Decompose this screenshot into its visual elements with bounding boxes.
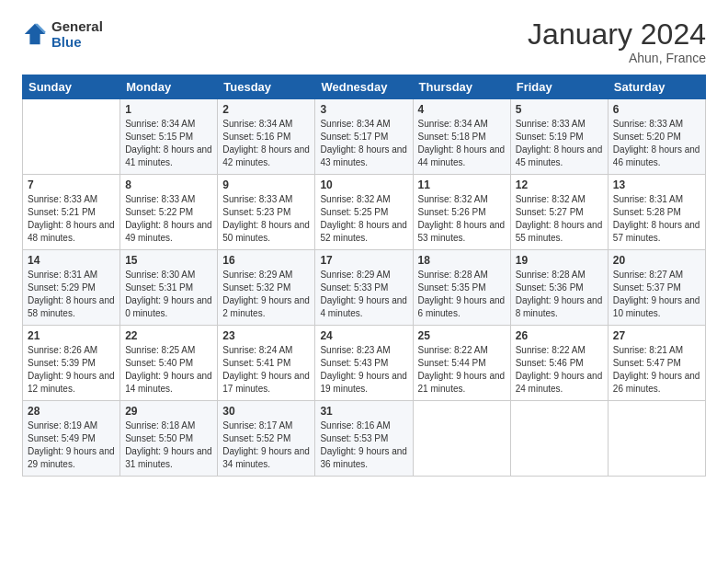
- calendar-cell: 17Sunrise: 8:29 AMSunset: 5:33 PMDayligh…: [315, 250, 413, 326]
- calendar-cell: [413, 401, 510, 477]
- day-number: 29: [125, 405, 212, 418]
- cell-info: Sunrise: 8:34 AMSunset: 5:15 PMDaylight:…: [125, 118, 212, 169]
- week-row-3: 21Sunrise: 8:26 AMSunset: 5:39 PMDayligh…: [23, 326, 706, 401]
- cell-info: Sunrise: 8:19 AMSunset: 5:49 PMDaylight:…: [28, 419, 115, 471]
- header-wednesday: Wednesday: [315, 75, 413, 99]
- cell-info: Sunrise: 8:30 AMSunset: 5:31 PMDaylight:…: [125, 269, 212, 320]
- cell-info: Sunrise: 8:18 AMSunset: 5:50 PMDaylight:…: [125, 419, 212, 471]
- calendar-cell: 29Sunrise: 8:18 AMSunset: 5:50 PMDayligh…: [120, 401, 218, 477]
- cell-info: Sunrise: 8:33 AMSunset: 5:20 PMDaylight:…: [613, 118, 700, 169]
- calendar-cell: 24Sunrise: 8:23 AMSunset: 5:43 PMDayligh…: [315, 326, 413, 401]
- calendar-cell: 12Sunrise: 8:32 AMSunset: 5:27 PMDayligh…: [510, 175, 608, 250]
- cell-info: Sunrise: 8:33 AMSunset: 5:22 PMDaylight:…: [125, 193, 212, 245]
- header-monday: Monday: [120, 75, 218, 99]
- day-number: 26: [516, 329, 603, 342]
- calendar-cell: 9Sunrise: 8:33 AMSunset: 5:23 PMDaylight…: [218, 175, 315, 250]
- calendar-table: SundayMondayTuesdayWednesdayThursdayFrid…: [22, 75, 706, 477]
- cell-info: Sunrise: 8:26 AMSunset: 5:39 PMDaylight:…: [28, 344, 115, 396]
- calendar-cell: 27Sunrise: 8:21 AMSunset: 5:47 PMDayligh…: [608, 326, 705, 401]
- month-title: January 2024: [528, 18, 706, 51]
- header-saturday: Saturday: [608, 75, 705, 99]
- header-tuesday: Tuesday: [218, 75, 315, 99]
- day-number: 27: [613, 329, 700, 342]
- day-number: 13: [613, 178, 700, 191]
- day-number: 1: [125, 103, 212, 116]
- cell-info: Sunrise: 8:21 AMSunset: 5:47 PMDaylight:…: [613, 344, 700, 396]
- week-row-2: 14Sunrise: 8:31 AMSunset: 5:29 PMDayligh…: [23, 250, 706, 326]
- day-number: 8: [125, 178, 212, 191]
- calendar-cell: 2Sunrise: 8:34 AMSunset: 5:16 PMDaylight…: [218, 99, 315, 175]
- day-number: 22: [125, 329, 212, 342]
- calendar-cell: 5Sunrise: 8:33 AMSunset: 5:19 PMDaylight…: [510, 99, 608, 175]
- logo-icon: [22, 21, 48, 47]
- day-number: 19: [516, 254, 603, 267]
- cell-info: Sunrise: 8:27 AMSunset: 5:37 PMDaylight:…: [613, 269, 700, 320]
- calendar-cell: [608, 401, 705, 477]
- calendar-cell: 11Sunrise: 8:32 AMSunset: 5:26 PMDayligh…: [413, 175, 510, 250]
- cell-info: Sunrise: 8:28 AMSunset: 5:36 PMDaylight:…: [516, 269, 603, 320]
- cell-info: Sunrise: 8:22 AMSunset: 5:44 PMDaylight:…: [418, 344, 506, 396]
- day-number: 6: [613, 103, 700, 116]
- calendar-cell: 14Sunrise: 8:31 AMSunset: 5:29 PMDayligh…: [23, 250, 120, 326]
- day-number: 10: [320, 178, 407, 191]
- week-row-0: 1Sunrise: 8:34 AMSunset: 5:15 PMDaylight…: [23, 99, 706, 175]
- page: General Blue January 2024 Ahun, France S…: [0, 0, 728, 563]
- day-number: 21: [28, 329, 115, 342]
- calendar-cell: 26Sunrise: 8:22 AMSunset: 5:46 PMDayligh…: [510, 326, 608, 401]
- calendar-cell: [23, 99, 120, 175]
- calendar-cell: 18Sunrise: 8:28 AMSunset: 5:35 PMDayligh…: [413, 250, 510, 326]
- day-number: 24: [320, 329, 407, 342]
- calendar-cell: 31Sunrise: 8:16 AMSunset: 5:53 PMDayligh…: [315, 401, 413, 477]
- day-number: 17: [320, 254, 407, 267]
- week-row-4: 28Sunrise: 8:19 AMSunset: 5:49 PMDayligh…: [23, 401, 706, 477]
- day-number: 5: [516, 103, 603, 116]
- calendar-cell: 13Sunrise: 8:31 AMSunset: 5:28 PMDayligh…: [608, 175, 705, 250]
- header-sunday: Sunday: [23, 75, 120, 99]
- cell-info: Sunrise: 8:22 AMSunset: 5:46 PMDaylight:…: [516, 344, 603, 396]
- cell-info: Sunrise: 8:32 AMSunset: 5:25 PMDaylight:…: [320, 193, 407, 245]
- cell-info: Sunrise: 8:23 AMSunset: 5:43 PMDaylight:…: [320, 344, 407, 396]
- cell-info: Sunrise: 8:34 AMSunset: 5:16 PMDaylight:…: [222, 118, 310, 169]
- day-number: 4: [418, 103, 506, 116]
- cell-info: Sunrise: 8:28 AMSunset: 5:35 PMDaylight:…: [418, 269, 506, 320]
- day-number: 9: [222, 178, 310, 191]
- calendar-cell: 20Sunrise: 8:27 AMSunset: 5:37 PMDayligh…: [608, 250, 705, 326]
- calendar-header-row: SundayMondayTuesdayWednesdayThursdayFrid…: [23, 75, 706, 99]
- cell-info: Sunrise: 8:29 AMSunset: 5:33 PMDaylight:…: [320, 269, 407, 320]
- calendar-cell: 10Sunrise: 8:32 AMSunset: 5:25 PMDayligh…: [315, 175, 413, 250]
- day-number: 14: [28, 254, 115, 267]
- cell-info: Sunrise: 8:31 AMSunset: 5:28 PMDaylight:…: [613, 193, 700, 245]
- calendar-cell: 30Sunrise: 8:17 AMSunset: 5:52 PMDayligh…: [218, 401, 315, 477]
- cell-info: Sunrise: 8:34 AMSunset: 5:17 PMDaylight:…: [320, 118, 407, 169]
- calendar-cell: 19Sunrise: 8:28 AMSunset: 5:36 PMDayligh…: [510, 250, 608, 326]
- calendar-cell: 21Sunrise: 8:26 AMSunset: 5:39 PMDayligh…: [23, 326, 120, 401]
- day-number: 28: [28, 405, 115, 418]
- day-number: 31: [320, 405, 407, 418]
- header-thursday: Thursday: [413, 75, 510, 99]
- header: General Blue January 2024 Ahun, France: [22, 18, 706, 65]
- cell-info: Sunrise: 8:17 AMSunset: 5:52 PMDaylight:…: [222, 419, 310, 471]
- calendar-cell: 4Sunrise: 8:34 AMSunset: 5:18 PMDaylight…: [413, 99, 510, 175]
- header-friday: Friday: [510, 75, 608, 99]
- cell-info: Sunrise: 8:34 AMSunset: 5:18 PMDaylight:…: [418, 118, 506, 169]
- calendar-cell: 23Sunrise: 8:24 AMSunset: 5:41 PMDayligh…: [218, 326, 315, 401]
- day-number: 12: [516, 178, 603, 191]
- calendar-cell: 22Sunrise: 8:25 AMSunset: 5:40 PMDayligh…: [120, 326, 218, 401]
- location: Ahun, France: [528, 51, 706, 65]
- calendar-cell: 1Sunrise: 8:34 AMSunset: 5:15 PMDaylight…: [120, 99, 218, 175]
- cell-info: Sunrise: 8:29 AMSunset: 5:32 PMDaylight:…: [222, 269, 310, 320]
- day-number: 3: [320, 103, 407, 116]
- cell-info: Sunrise: 8:16 AMSunset: 5:53 PMDaylight:…: [320, 419, 407, 471]
- cell-info: Sunrise: 8:33 AMSunset: 5:21 PMDaylight:…: [28, 193, 115, 245]
- day-number: 30: [222, 405, 310, 418]
- calendar-cell: 25Sunrise: 8:22 AMSunset: 5:44 PMDayligh…: [413, 326, 510, 401]
- day-number: 25: [418, 329, 506, 342]
- calendar-cell: 8Sunrise: 8:33 AMSunset: 5:22 PMDaylight…: [120, 175, 218, 250]
- week-row-1: 7Sunrise: 8:33 AMSunset: 5:21 PMDaylight…: [23, 175, 706, 250]
- cell-info: Sunrise: 8:33 AMSunset: 5:19 PMDaylight:…: [516, 118, 603, 169]
- day-number: 11: [418, 178, 506, 191]
- calendar-cell: 6Sunrise: 8:33 AMSunset: 5:20 PMDaylight…: [608, 99, 705, 175]
- logo: General Blue: [22, 18, 103, 51]
- title-area: January 2024 Ahun, France: [528, 18, 706, 65]
- cell-info: Sunrise: 8:32 AMSunset: 5:27 PMDaylight:…: [516, 193, 603, 245]
